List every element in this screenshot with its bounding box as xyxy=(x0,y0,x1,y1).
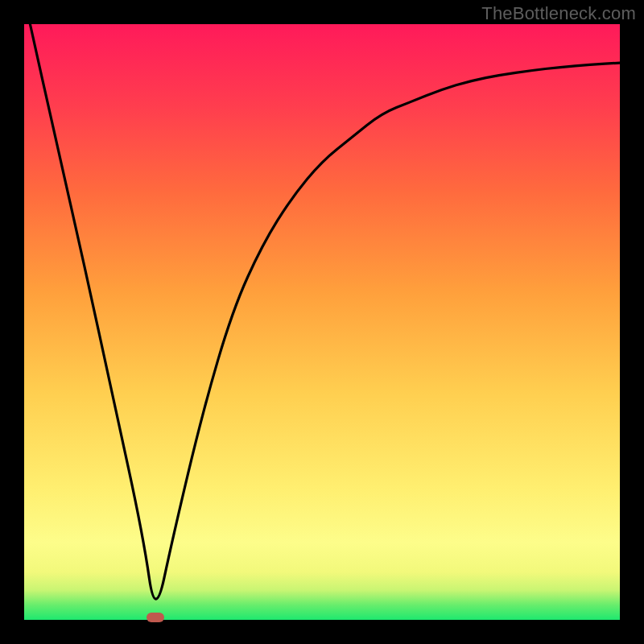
min-marker xyxy=(147,613,164,622)
bottleneck-curve xyxy=(24,24,620,620)
plot-area xyxy=(24,24,620,620)
chart-frame: TheBottleneck.com xyxy=(0,0,644,644)
watermark-text: TheBottleneck.com xyxy=(481,3,636,24)
curve-path xyxy=(30,24,620,599)
